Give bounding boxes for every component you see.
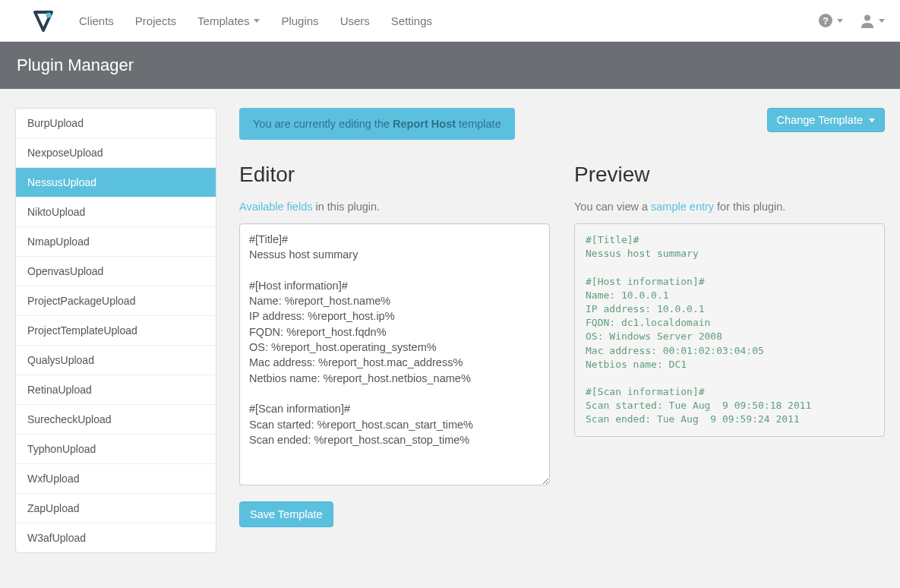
alert-prefix: You are currently editing the: [253, 118, 393, 130]
preview-box: #[Title]# Nessus host summary #[Host inf…: [574, 223, 885, 437]
svg-point-0: [46, 13, 52, 18]
sidebar-item-typhonupload[interactable]: TyphonUpload: [16, 435, 216, 464]
logo[interactable]: [30, 8, 56, 33]
nav-item-users[interactable]: Users: [340, 14, 370, 27]
sidebar-item-niktoupload[interactable]: NiktoUpload: [16, 198, 216, 227]
sidebar-item-burpupload[interactable]: BurpUpload: [16, 109, 216, 138]
nav-item-settings[interactable]: Settings: [391, 14, 432, 27]
save-template-button[interactable]: Save Template: [239, 501, 333, 527]
preview-heading: Preview: [574, 163, 885, 187]
nav-item-plugins[interactable]: Plugins: [281, 14, 318, 27]
chevron-down-icon: [254, 19, 260, 23]
navbar: ClientsProjectsTemplatesPluginsUsersSett…: [0, 0, 900, 42]
sidebar-item-nexposeupload[interactable]: NexposeUpload: [16, 138, 216, 168]
user-menu[interactable]: [860, 13, 885, 28]
sidebar-item-zapupload[interactable]: ZapUpload: [16, 494, 216, 523]
alert-suffix: template: [456, 118, 501, 130]
preview-prefix: You can view a: [574, 201, 651, 213]
sidebar-item-retinaupload[interactable]: RetinaUpload: [16, 375, 216, 405]
preview-suffix: for this plugin.: [714, 201, 785, 213]
chevron-down-icon: [837, 19, 843, 23]
sidebar-item-projectpackageupload[interactable]: ProjectPackageUpload: [16, 286, 216, 316]
nav-items: ClientsProjectsTemplatesPluginsUsersSett…: [79, 14, 818, 27]
editing-alert: You are currently editing the Report Hos…: [239, 108, 515, 140]
main: You are currently editing the Report Hos…: [239, 108, 900, 553]
nav-item-clients[interactable]: Clients: [79, 14, 114, 27]
nav-item-label: Projects: [135, 14, 176, 27]
editor-preview-columns: Editor Available fields in this plugin. …: [239, 163, 885, 527]
plugin-sidebar: BurpUploadNexposeUploadNessusUploadNikto…: [15, 108, 216, 553]
user-icon: [860, 13, 875, 28]
top-row: You are currently editing the Report Hos…: [239, 108, 885, 140]
alert-template-name: Report Host: [393, 118, 456, 130]
available-fields-link[interactable]: Available fields: [239, 201, 312, 213]
sidebar-item-openvasupload[interactable]: OpenvasUpload: [16, 257, 216, 286]
available-fields-rest: in this plugin.: [312, 201, 380, 213]
nav-item-label: Plugins: [281, 14, 318, 27]
template-editor-textarea[interactable]: [239, 223, 550, 485]
editor-column: Editor Available fields in this plugin. …: [239, 163, 550, 527]
help-icon: ?: [818, 13, 833, 28]
sample-entry-link[interactable]: sample entry: [651, 201, 714, 213]
sidebar-item-projecttemplateupload[interactable]: ProjectTemplateUpload: [16, 316, 216, 346]
nav-item-projects[interactable]: Projects: [135, 14, 176, 27]
sidebar-item-nessusupload[interactable]: NessusUpload: [16, 168, 216, 198]
chevron-down-icon: [869, 119, 875, 122]
nav-item-label: Users: [340, 14, 370, 27]
sidebar-item-w3afupload[interactable]: W3afUpload: [16, 523, 216, 552]
svg-point-3: [864, 15, 870, 21]
svg-text:?: ?: [823, 15, 829, 27]
nav-item-label: Templates: [197, 14, 249, 27]
nav-right: ?: [818, 13, 885, 28]
editor-subtext: Available fields in this plugin.: [239, 201, 550, 213]
page-title: Plugin Manager: [0, 42, 900, 89]
nav-item-label: Settings: [391, 14, 432, 27]
sidebar-item-nmapupload[interactable]: NmapUpload: [16, 227, 216, 257]
help-menu[interactable]: ?: [818, 13, 843, 28]
chevron-down-icon: [879, 19, 885, 23]
editor-heading: Editor: [239, 163, 550, 187]
preview-subtext: You can view a sample entry for this plu…: [574, 201, 885, 213]
change-template-button[interactable]: Change Template: [767, 108, 885, 132]
sidebar-item-surecheckupload[interactable]: SurecheckUpload: [16, 405, 216, 435]
change-template-label: Change Template: [777, 114, 863, 126]
nav-item-label: Clients: [79, 14, 114, 27]
preview-column: Preview You can view a sample entry for …: [574, 163, 885, 527]
nav-item-templates[interactable]: Templates: [197, 14, 260, 27]
content: BurpUploadNexposeUploadNessusUploadNikto…: [0, 89, 900, 572]
sidebar-item-qualysupload[interactable]: QualysUpload: [16, 346, 216, 375]
sidebar-item-wxfupload[interactable]: WxfUpload: [16, 464, 216, 494]
